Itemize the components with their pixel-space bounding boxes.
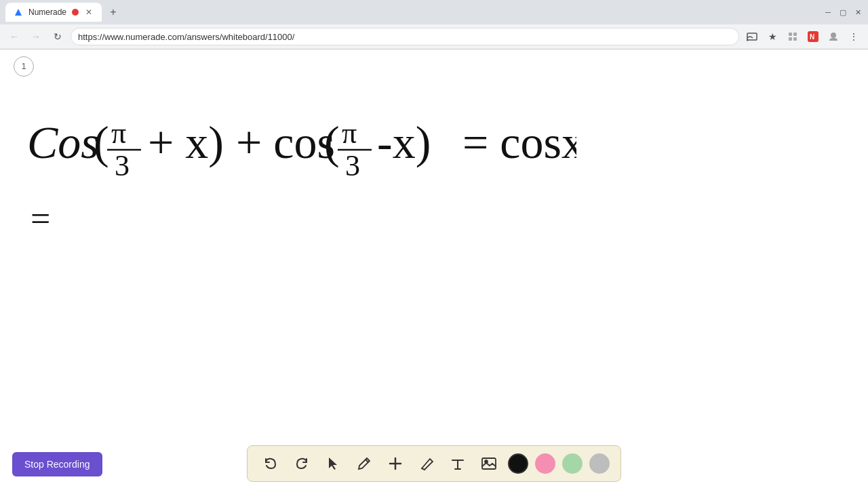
- nav-bar: ← → ↻ https://www.numerade.com/answers/w…: [0, 24, 868, 49]
- svg-rect-4: [793, 33, 797, 36]
- toolbar: [247, 445, 621, 482]
- maximize-button[interactable]: ▢: [838, 7, 848, 17]
- svg-text:3: 3: [115, 149, 130, 182]
- select-button[interactable]: [321, 451, 345, 476]
- tab-favicon: [14, 7, 23, 17]
- whiteboard: 1 Cos ( π 3 + x) + cos ( π 3 -x) = cosx …: [0, 49, 868, 488]
- forward-button[interactable]: →: [27, 28, 45, 45]
- numerade-icon[interactable]: N: [804, 28, 822, 45]
- svg-text:-x): -x): [377, 117, 431, 168]
- svg-text:N: N: [810, 33, 814, 41]
- math-equation-svg: Cos ( π 3 + x) + cos ( π 3 -x) = cosx: [20, 83, 576, 246]
- svg-marker-0: [15, 9, 22, 16]
- pen-button[interactable]: [352, 451, 376, 476]
- svg-rect-3: [789, 33, 792, 36]
- bookmark-icon[interactable]: ★: [764, 28, 781, 45]
- svg-text:π: π: [342, 117, 357, 150]
- svg-rect-30: [482, 458, 496, 469]
- profile-icon[interactable]: [825, 28, 842, 45]
- redo-button[interactable]: [290, 451, 314, 476]
- refresh-button[interactable]: ↻: [49, 28, 66, 45]
- math-line2: =: [31, 199, 50, 239]
- image-button[interactable]: [477, 451, 501, 476]
- svg-text:3: 3: [345, 149, 360, 182]
- color-green[interactable]: [562, 453, 583, 474]
- svg-text:+ x): + x): [148, 117, 224, 168]
- color-pink[interactable]: [535, 453, 555, 474]
- extension-icon[interactable]: [784, 28, 802, 45]
- add-button[interactable]: [383, 451, 408, 476]
- undo-button[interactable]: [258, 451, 283, 476]
- svg-text:Cos: Cos: [27, 117, 99, 168]
- svg-text:π: π: [111, 117, 126, 150]
- text-button[interactable]: [446, 451, 470, 476]
- cast-icon[interactable]: [743, 28, 761, 45]
- color-gray[interactable]: [589, 453, 610, 474]
- back-button[interactable]: ←: [5, 28, 23, 45]
- svg-text:+ cos: + cos: [236, 117, 335, 168]
- page-number: 1: [14, 56, 34, 77]
- nav-actions: ★ N ⋮: [743, 28, 863, 45]
- svg-rect-5: [789, 37, 792, 41]
- window-controls: ─ ▢ ✕: [823, 7, 863, 17]
- minimize-button[interactable]: ─: [823, 7, 833, 17]
- url-text: https://www.numerade.com/answers/whitebo…: [78, 32, 294, 42]
- stop-recording-button[interactable]: Stop Recording: [12, 452, 102, 476]
- svg-line-26: [422, 468, 425, 470]
- svg-rect-6: [793, 37, 797, 41]
- address-bar[interactable]: https://www.numerade.com/answers/whitebo…: [71, 28, 739, 45]
- svg-text:= cosx: = cosx: [462, 117, 576, 168]
- stop-recording-label: Stop Recording: [24, 459, 90, 470]
- menu-icon[interactable]: ⋮: [845, 28, 863, 45]
- title-bar: Numerade ✕ + ─ ▢ ✕: [0, 0, 868, 24]
- new-tab-button[interactable]: +: [104, 3, 122, 21]
- tab-recording-dot: [72, 9, 79, 16]
- svg-point-9: [831, 33, 836, 38]
- svg-text:(: (: [324, 117, 340, 168]
- close-button[interactable]: ✕: [853, 7, 863, 17]
- browser-tab[interactable]: Numerade ✕: [5, 3, 102, 22]
- tab-title: Numerade: [28, 7, 66, 17]
- color-black[interactable]: [508, 453, 528, 474]
- svg-point-2: [747, 39, 749, 41]
- eraser-button[interactable]: [414, 451, 439, 476]
- svg-text:(: (: [94, 117, 109, 168]
- tab-close-button[interactable]: ✕: [84, 7, 94, 17]
- browser-chrome: Numerade ✕ + ─ ▢ ✕ ← → ↻ https://www.num…: [0, 0, 868, 49]
